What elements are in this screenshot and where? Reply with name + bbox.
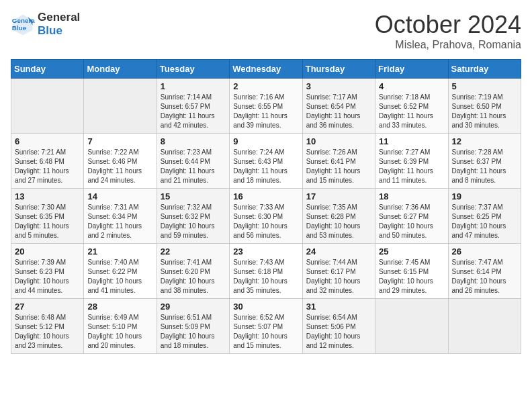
day-number: 16 (233, 191, 298, 201)
calendar-cell (375, 299, 448, 354)
weekday-header-saturday: Saturday (448, 60, 521, 79)
day-info: Sunrise: 7:22 AM Sunset: 6:46 PM Dayligh… (87, 148, 152, 185)
day-info: Sunrise: 7:14 AM Sunset: 6:57 PM Dayligh… (161, 93, 226, 130)
day-number: 12 (452, 136, 517, 146)
day-number: 27 (15, 302, 80, 312)
day-info: Sunrise: 7:43 AM Sunset: 6:18 PM Dayligh… (233, 258, 298, 295)
calendar-cell: 25Sunrise: 7:45 AM Sunset: 6:15 PM Dayli… (375, 244, 448, 299)
calendar-week-4: 20Sunrise: 7:39 AM Sunset: 6:23 PM Dayli… (11, 244, 521, 299)
calendar-week-2: 6Sunrise: 7:21 AM Sunset: 6:48 PM Daylig… (11, 134, 521, 189)
calendar-cell: 12Sunrise: 7:28 AM Sunset: 6:37 PM Dayli… (448, 134, 521, 189)
day-info: Sunrise: 7:35 AM Sunset: 6:28 PM Dayligh… (306, 203, 371, 240)
calendar-cell: 6Sunrise: 7:21 AM Sunset: 6:48 PM Daylig… (11, 134, 84, 189)
day-info: Sunrise: 7:18 AM Sunset: 6:52 PM Dayligh… (379, 93, 444, 130)
day-info: Sunrise: 6:52 AM Sunset: 5:07 PM Dayligh… (233, 313, 298, 351)
day-number: 5 (452, 81, 517, 91)
day-number: 26 (452, 246, 517, 257)
calendar-cell: 19Sunrise: 7:37 AM Sunset: 6:25 PM Dayli… (448, 189, 521, 244)
day-info: Sunrise: 7:37 AM Sunset: 6:25 PM Dayligh… (452, 203, 517, 240)
calendar-cell: 1Sunrise: 7:14 AM Sunset: 6:57 PM Daylig… (157, 79, 229, 134)
weekday-header-wednesday: Wednesday (230, 60, 302, 79)
day-number: 20 (15, 246, 80, 257)
day-number: 19 (452, 191, 517, 201)
calendar-cell: 29Sunrise: 6:51 AM Sunset: 5:09 PM Dayli… (157, 299, 229, 354)
logo: General Blue General Blue (11, 11, 80, 38)
day-info: Sunrise: 7:23 AM Sunset: 6:44 PM Dayligh… (161, 148, 226, 185)
day-info: Sunrise: 6:48 AM Sunset: 5:12 PM Dayligh… (15, 313, 80, 351)
day-number: 13 (15, 191, 80, 201)
day-number: 21 (87, 246, 152, 257)
weekday-header-friday: Friday (375, 60, 448, 79)
weekday-header-thursday: Thursday (302, 60, 375, 79)
day-number: 4 (379, 81, 444, 91)
day-info: Sunrise: 7:33 AM Sunset: 6:30 PM Dayligh… (233, 203, 298, 240)
calendar-cell (11, 79, 84, 134)
page-header: General Blue General Blue October 2024 M… (11, 11, 521, 51)
day-info: Sunrise: 7:31 AM Sunset: 6:34 PM Dayligh… (87, 203, 152, 240)
day-info: Sunrise: 7:45 AM Sunset: 6:15 PM Dayligh… (379, 258, 444, 295)
day-number: 30 (233, 302, 298, 312)
day-number: 17 (306, 191, 371, 201)
day-number: 8 (161, 136, 226, 146)
day-number: 3 (306, 81, 371, 91)
day-number: 28 (87, 302, 152, 312)
day-info: Sunrise: 7:26 AM Sunset: 6:41 PM Dayligh… (306, 148, 371, 185)
calendar-week-5: 27Sunrise: 6:48 AM Sunset: 5:12 PM Dayli… (11, 299, 521, 354)
day-info: Sunrise: 7:27 AM Sunset: 6:39 PM Dayligh… (379, 148, 444, 185)
day-number: 31 (306, 302, 371, 312)
day-number: 22 (161, 246, 226, 257)
calendar-cell: 2Sunrise: 7:16 AM Sunset: 6:55 PM Daylig… (230, 79, 302, 134)
calendar-title: October 2024 (375, 11, 521, 39)
day-number: 23 (233, 246, 298, 257)
day-number: 25 (379, 246, 444, 257)
calendar-cell: 4Sunrise: 7:18 AM Sunset: 6:52 PM Daylig… (375, 79, 448, 134)
calendar-cell: 27Sunrise: 6:48 AM Sunset: 5:12 PM Dayli… (11, 299, 84, 354)
day-info: Sunrise: 7:19 AM Sunset: 6:50 PM Dayligh… (452, 93, 517, 130)
day-info: Sunrise: 7:24 AM Sunset: 6:43 PM Dayligh… (233, 148, 298, 185)
weekday-header-tuesday: Tuesday (157, 60, 229, 79)
calendar-week-3: 13Sunrise: 7:30 AM Sunset: 6:35 PM Dayli… (11, 189, 521, 244)
title-block: October 2024 Mislea, Prahova, Romania (375, 11, 521, 51)
calendar-cell: 23Sunrise: 7:43 AM Sunset: 6:18 PM Dayli… (230, 244, 302, 299)
day-number: 7 (87, 136, 152, 146)
day-info: Sunrise: 7:28 AM Sunset: 6:37 PM Dayligh… (452, 148, 517, 185)
calendar-cell: 31Sunrise: 6:54 AM Sunset: 5:06 PM Dayli… (302, 299, 375, 354)
day-number: 6 (15, 136, 80, 146)
calendar-cell: 21Sunrise: 7:40 AM Sunset: 6:22 PM Dayli… (84, 244, 157, 299)
day-info: Sunrise: 7:40 AM Sunset: 6:22 PM Dayligh… (87, 258, 152, 295)
day-info: Sunrise: 7:47 AM Sunset: 6:14 PM Dayligh… (452, 258, 517, 295)
day-info: Sunrise: 7:41 AM Sunset: 6:20 PM Dayligh… (161, 258, 226, 295)
day-number: 1 (161, 81, 226, 91)
day-info: Sunrise: 7:44 AM Sunset: 6:17 PM Dayligh… (306, 258, 371, 295)
day-info: Sunrise: 7:16 AM Sunset: 6:55 PM Dayligh… (233, 93, 298, 130)
calendar-cell: 20Sunrise: 7:39 AM Sunset: 6:23 PM Dayli… (11, 244, 84, 299)
day-number: 24 (306, 246, 371, 257)
weekday-header-sunday: Sunday (11, 60, 84, 79)
logo-text: General Blue (38, 11, 80, 38)
calendar-cell (448, 299, 521, 354)
calendar-table: SundayMondayTuesdayWednesdayThursdayFrid… (11, 59, 521, 354)
day-number: 14 (87, 191, 152, 201)
day-info: Sunrise: 7:36 AM Sunset: 6:27 PM Dayligh… (379, 203, 444, 240)
day-info: Sunrise: 7:39 AM Sunset: 6:23 PM Dayligh… (15, 258, 80, 295)
calendar-cell: 24Sunrise: 7:44 AM Sunset: 6:17 PM Dayli… (302, 244, 375, 299)
day-info: Sunrise: 7:30 AM Sunset: 6:35 PM Dayligh… (15, 203, 80, 240)
calendar-cell: 18Sunrise: 7:36 AM Sunset: 6:27 PM Dayli… (375, 189, 448, 244)
calendar-cell: 3Sunrise: 7:17 AM Sunset: 6:54 PM Daylig… (302, 79, 375, 134)
calendar-cell: 22Sunrise: 7:41 AM Sunset: 6:20 PM Dayli… (157, 244, 229, 299)
calendar-cell: 10Sunrise: 7:26 AM Sunset: 6:41 PM Dayli… (302, 134, 375, 189)
weekday-header-monday: Monday (84, 60, 157, 79)
calendar-cell: 13Sunrise: 7:30 AM Sunset: 6:35 PM Dayli… (11, 189, 84, 244)
calendar-cell: 5Sunrise: 7:19 AM Sunset: 6:50 PM Daylig… (448, 79, 521, 134)
weekday-header-row: SundayMondayTuesdayWednesdayThursdayFrid… (11, 60, 521, 79)
svg-text:Blue: Blue (12, 24, 27, 32)
calendar-cell: 26Sunrise: 7:47 AM Sunset: 6:14 PM Dayli… (448, 244, 521, 299)
calendar-cell: 15Sunrise: 7:32 AM Sunset: 6:32 PM Dayli… (157, 189, 229, 244)
day-info: Sunrise: 7:21 AM Sunset: 6:48 PM Dayligh… (15, 148, 80, 185)
day-number: 2 (233, 81, 298, 91)
day-number: 18 (379, 191, 444, 201)
day-info: Sunrise: 7:17 AM Sunset: 6:54 PM Dayligh… (306, 93, 371, 130)
day-info: Sunrise: 7:32 AM Sunset: 6:32 PM Dayligh… (161, 203, 226, 240)
logo-icon: General Blue (11, 12, 35, 36)
calendar-cell: 30Sunrise: 6:52 AM Sunset: 5:07 PM Dayli… (230, 299, 302, 354)
